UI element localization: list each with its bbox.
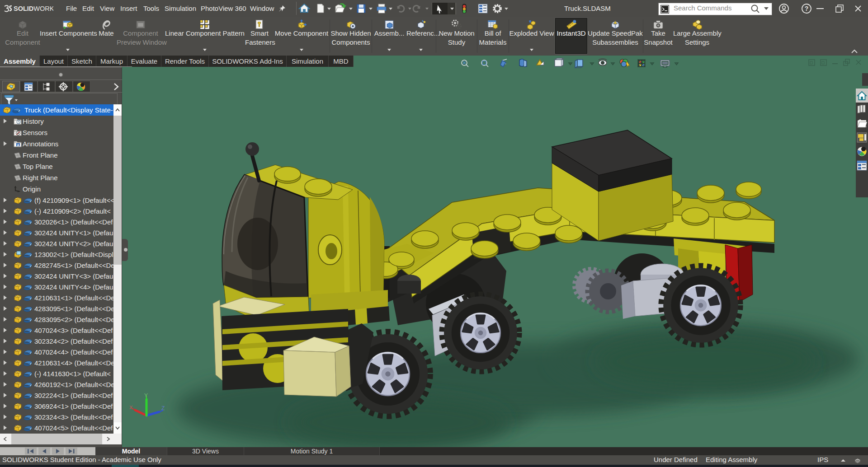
- svg-text:Y: Y: [144, 392, 148, 399]
- svg-text:?: ?: [805, 5, 809, 12]
- svg-text:A: A: [17, 143, 19, 147]
- svg-text:SOLIDWORKS: SOLIDWORKS: [14, 5, 53, 12]
- svg-text:Z: Z: [161, 405, 165, 411]
- svg-text:X: X: [129, 405, 133, 410]
